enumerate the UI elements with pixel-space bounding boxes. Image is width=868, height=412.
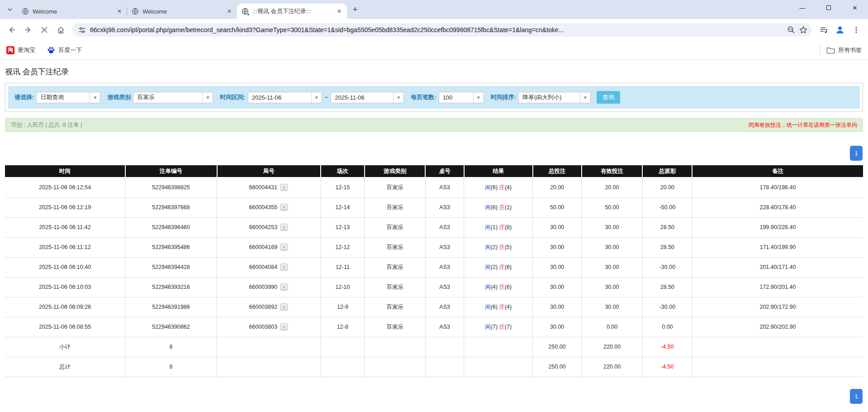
site-settings-icon[interactable]	[78, 26, 86, 34]
result-cell: 闲(4) 庄(6)	[464, 277, 533, 297]
per-page-select[interactable]: 100 ▼	[439, 92, 484, 103]
total-bet-link[interactable]: 30.00	[533, 257, 582, 277]
bookmarks-bar: 淘 爱淘宝 百度一下 所有书签	[0, 41, 868, 60]
remark-cell: 228.40/178.40	[692, 197, 863, 217]
header-remark: 备注	[692, 165, 863, 177]
browser-menu-icon[interactable]	[849, 23, 863, 37]
result-cell: 闲(1) 庄(8)	[464, 217, 533, 237]
time-cell: 2025-11-06 06:12:54	[5, 177, 125, 197]
video-replay-icon[interactable]	[280, 322, 289, 331]
globe-icon	[132, 8, 139, 15]
back-button[interactable]	[5, 23, 19, 37]
tab-search-chevron-icon[interactable]	[4, 3, 16, 16]
total-bet-link[interactable]: 50.00	[533, 197, 582, 217]
tab-welcome-1[interactable]: Welcome ✕	[17, 4, 127, 19]
pagination-page-1-bottom[interactable]: 1	[850, 389, 863, 404]
table-row: 2025-11-06 06:08:55522946390862660003803…	[5, 317, 863, 337]
page-title: 视讯 会员下注纪录	[5, 67, 863, 77]
query-type-select[interactable]: 日期查询 ▼	[36, 92, 100, 103]
all-bookmarks-button[interactable]: 所有书签	[826, 46, 862, 54]
new-tab-button[interactable]: +	[349, 3, 361, 16]
address-bar[interactable]: 66cxkj98.com/ipl/portal.php/game/betreco…	[72, 23, 812, 37]
time-cell: 2025-11-06 06:09:26	[5, 297, 125, 317]
url-text[interactable]: 66cxkj98.com/ipl/portal.php/game/betreco…	[90, 26, 783, 34]
home-button[interactable]	[53, 23, 68, 37]
bookmark-aitaobao[interactable]: 淘 爱淘宝	[6, 46, 35, 54]
bet-id-cell: 522946395486	[125, 237, 217, 257]
video-replay-icon[interactable]	[280, 223, 289, 232]
total-bet-link[interactable]: 20.00	[533, 177, 582, 197]
stop-loading-button[interactable]	[37, 23, 52, 37]
total-bet-link[interactable]: 30.00	[533, 217, 582, 237]
total-bet-link[interactable]: 30.00	[533, 297, 582, 317]
bet-id-cell: 522946390862	[125, 317, 217, 337]
bookmark-star-icon[interactable]	[799, 26, 807, 34]
result-cell: 闲(6) 庄(1)	[464, 197, 533, 217]
round-cell: 660004169	[217, 237, 321, 257]
tab-title: Welcome	[142, 8, 222, 15]
video-replay-icon[interactable]	[280, 203, 289, 212]
video-replay-icon[interactable]	[280, 243, 289, 252]
video-replay-icon[interactable]	[280, 183, 289, 192]
profile-avatar[interactable]	[833, 23, 847, 37]
valid-bet-cell: 30.00	[582, 257, 643, 277]
time-cell: 2025-11-06 06:11:42	[5, 217, 125, 237]
payout-cell: 0.00	[642, 317, 692, 337]
remark-cell: 202.90/172.90	[692, 297, 863, 317]
chevron-down-icon: ▼	[202, 92, 213, 103]
pagination-page-1-top[interactable]: 1	[850, 146, 863, 161]
table-no-cell: AS3	[425, 277, 464, 297]
forward-button[interactable]	[21, 23, 35, 37]
date-from-select[interactable]: 2025-11-06 ▼	[248, 92, 322, 103]
tab-close-icon[interactable]: ✕	[335, 7, 343, 15]
video-replay-icon[interactable]	[280, 283, 289, 292]
taobao-icon: 淘	[6, 46, 14, 54]
session-cell: 12-11	[321, 257, 365, 277]
tab-close-icon[interactable]: ✕	[115, 7, 123, 15]
remark-cell: 202.90/202.90	[692, 317, 863, 337]
table-no-cell: AS3	[425, 177, 464, 197]
summary-bar: 币别 : 人民币 | 总共 :8 注单 | 同局有效投注，统一计算在该局第一张注…	[5, 118, 863, 132]
empty-cell	[217, 357, 321, 377]
table-row: 2025-11-06 06:12:54522946398825660004431…	[5, 177, 863, 197]
baidu-paw-icon	[47, 46, 55, 54]
window-close-button[interactable]: ✕	[842, 0, 868, 15]
date-to-select[interactable]: 2025-11-06 ▼	[331, 92, 404, 103]
player-result: 闲	[485, 284, 491, 290]
round-cell: 660003990	[217, 277, 321, 297]
zoom-out-icon[interactable]	[787, 26, 795, 34]
bookmark-baidu[interactable]: 百度一下	[47, 46, 82, 54]
player-result: 闲	[485, 184, 491, 191]
banker-result: 庄	[499, 324, 505, 330]
media-controls-icon[interactable]	[816, 23, 831, 37]
session-cell: 12-8	[321, 317, 365, 337]
payout-cell: 20.00	[642, 177, 692, 197]
empty-cell	[321, 357, 365, 377]
bet-id-cell: 522946398825	[125, 177, 217, 197]
tab-betrecord-active[interactable]: :::视讯 会员下注纪录::: ✕	[237, 4, 347, 19]
total-bet-link[interactable]: 30.00	[533, 317, 582, 337]
round-id: 660004355	[249, 204, 278, 211]
round-id: 660004431	[249, 184, 278, 191]
video-replay-icon[interactable]	[280, 302, 289, 311]
tab-close-icon[interactable]: ✕	[225, 7, 233, 15]
time-cell: 2025-11-06 06:10:40	[5, 257, 125, 277]
total-bet-link[interactable]: 30.00	[533, 237, 582, 257]
tab-welcome-2[interactable]: Welcome ✕	[127, 4, 237, 19]
all-bookmarks-label: 所有书签	[838, 46, 862, 54]
remark-cell: 178.40/198.40	[692, 177, 863, 197]
game-type-select[interactable]: 百家乐 ▼	[133, 92, 213, 103]
total-row: 总计8250.00220.00-4.50	[5, 357, 863, 377]
video-replay-icon[interactable]	[280, 263, 289, 272]
window-maximize-button[interactable]	[816, 0, 842, 15]
sort-value: 降幂(由大到小)	[519, 93, 580, 101]
table-no-cell: AS3	[425, 237, 464, 257]
search-button[interactable]: 查询	[597, 91, 620, 104]
round-cell: 660004253	[217, 217, 321, 237]
sort-select[interactable]: 降幂(由大到小) ▼	[518, 92, 591, 103]
window-minimize-button[interactable]: —	[789, 0, 816, 15]
chevron-down-icon: ▼	[580, 92, 590, 103]
header-payout: 总派彩	[642, 165, 692, 177]
header-bet-id: 注单编号	[125, 165, 217, 177]
total-bet-link[interactable]: 30.00	[533, 277, 582, 297]
